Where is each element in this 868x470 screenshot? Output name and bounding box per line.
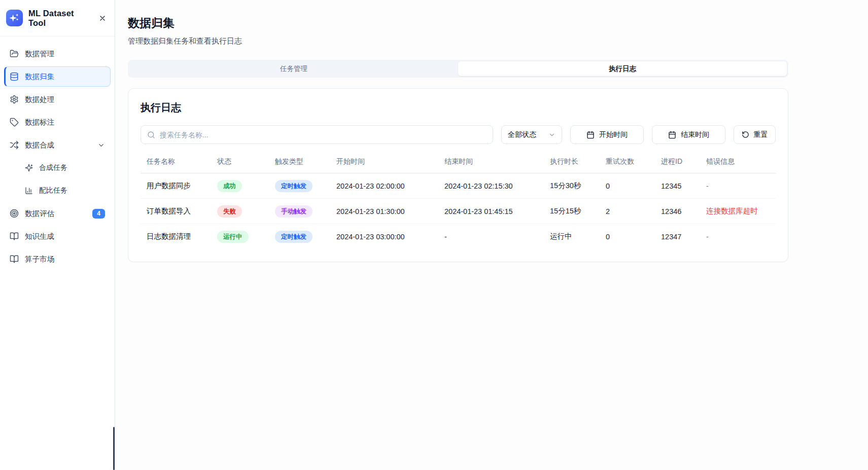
search-box [141, 125, 493, 144]
sidebar-item-ratio-tasks[interactable]: 配比任务 [4, 180, 111, 201]
tag-icon [10, 118, 19, 127]
gear-icon [10, 95, 19, 104]
end-time: - [438, 224, 544, 249]
task-name: 订单数据导入 [141, 199, 211, 224]
start-time-label: 开始时间 [599, 130, 628, 139]
col-duration: 执行时长 [544, 152, 600, 173]
error-info: - [700, 173, 776, 199]
status-badge: 运行中 [217, 231, 249, 243]
retries: 0 [600, 173, 655, 199]
trigger-badge: 手动触发 [275, 205, 313, 218]
page-title: 数据归集 [128, 15, 788, 31]
end-time: 2024-01-23 02:15:30 [438, 173, 544, 199]
calendar-icon [668, 131, 676, 139]
sidebar-item-data-synthesis[interactable]: 数据合成 [4, 135, 111, 155]
task-name: 用户数据同步 [141, 173, 211, 199]
page-subtitle: 管理数据归集任务和查看执行日志 [128, 37, 788, 46]
col-end-time: 结束时间 [438, 152, 544, 173]
sidebar-header: ML Dataset Tool [0, 0, 115, 37]
table-row: 用户数据同步 成功 定时触发 2024-01-23 02:00:00 2024-… [141, 173, 776, 199]
col-retries: 重试次数 [600, 152, 655, 173]
sidebar-item-label: 算子市场 [25, 255, 54, 264]
sidebar: ML Dataset Tool 数据管理 数据归集 数据处理 [0, 0, 115, 470]
search-input[interactable] [160, 131, 487, 139]
sidebar-item-data-processing[interactable]: 数据处理 [4, 89, 111, 110]
duration: 15分30秒 [544, 173, 600, 199]
reset-label: 重置 [754, 130, 768, 139]
trigger-badge: 定时触发 [275, 231, 313, 243]
app-logo-icon [6, 10, 23, 26]
close-icon [98, 14, 107, 22]
end-time: 2024-01-23 01:45:15 [438, 199, 544, 224]
sidebar-item-label: 数据标注 [25, 118, 54, 127]
status-badge: 成功 [217, 180, 242, 192]
end-time-label: 结束时间 [681, 130, 709, 139]
col-start-time: 开始时间 [330, 152, 438, 173]
sidebar-item-data-management[interactable]: 数据管理 [4, 44, 111, 64]
tab-bar: 任务管理 执行日志 [128, 60, 788, 78]
calendar-icon [586, 131, 595, 139]
book-icon [10, 232, 19, 241]
sidebar-item-knowledge-generation[interactable]: 知识生成 [4, 226, 111, 246]
process-id: 12346 [655, 199, 700, 224]
filter-bar: 全部状态 开始时间 结束时间 [141, 125, 776, 144]
sidebar-item-label: 数据评估 [25, 209, 54, 219]
col-status: 状态 [211, 152, 269, 173]
panel-title: 执行日志 [141, 101, 776, 115]
sidebar-item-synthesis-tasks[interactable]: 合成任务 [4, 158, 111, 178]
duration: 运行中 [544, 224, 600, 249]
process-id: 12345 [655, 173, 700, 199]
tab-execution-logs[interactable]: 执行日志 [458, 61, 787, 76]
retries: 2 [600, 199, 655, 224]
evaluation-count-badge: 4 [92, 209, 105, 219]
duration: 15分15秒 [544, 199, 600, 224]
sidebar-item-label: 数据合成 [25, 140, 54, 150]
tab-task-management[interactable]: 任务管理 [129, 61, 458, 76]
col-process-id: 进程ID [655, 152, 700, 173]
col-task-name: 任务名称 [141, 152, 211, 173]
database-icon [10, 72, 19, 81]
sidebar-item-label: 知识生成 [25, 232, 54, 241]
status-filter-select[interactable]: 全部状态 [501, 125, 562, 144]
table-row: 订单数据导入 失败 手动触发 2024-01-23 01:30:00 2024-… [141, 199, 776, 224]
start-time-button[interactable]: 开始时间 [570, 125, 644, 144]
retries: 0 [600, 224, 655, 249]
end-time-button[interactable]: 结束时间 [652, 125, 725, 144]
task-name: 日志数据清理 [141, 224, 211, 249]
sidebar-item-data-labeling[interactable]: 数据标注 [4, 112, 111, 132]
sidebar-item-label: 数据处理 [25, 95, 54, 104]
sidebar-item-label: 配比任务 [39, 186, 67, 195]
start-time: 2024-01-23 02:00:00 [330, 173, 438, 199]
error-info: 连接数据库超时 [700, 199, 776, 224]
reset-button[interactable]: 重置 [734, 125, 776, 144]
sidebar-close-button[interactable] [97, 13, 108, 23]
folder-icon [10, 49, 19, 58]
sidebar-item-operator-market[interactable]: 算子市场 [4, 249, 111, 269]
execution-logs-panel: 执行日志 全部状态 [128, 88, 788, 262]
target-icon [10, 209, 19, 218]
col-error-info: 错误信息 [700, 152, 776, 173]
status-filter-value: 全部状态 [508, 130, 536, 139]
trigger-badge: 定时触发 [275, 180, 313, 192]
table-header-row: 任务名称 状态 触发类型 开始时间 结束时间 执行时长 重试次数 进程ID 错误… [141, 152, 776, 173]
col-trigger-type: 触发类型 [269, 152, 330, 173]
chevron-down-icon [97, 141, 105, 149]
chevron-down-icon [548, 131, 555, 138]
table-row: 日志数据清理 运行中 定时触发 2024-01-23 03:00:00 - 运行… [141, 224, 776, 249]
bar-chart-icon [25, 187, 33, 195]
shuffle-icon [10, 140, 19, 150]
app-title: ML Dataset Tool [28, 9, 92, 28]
status-badge: 失败 [217, 205, 242, 218]
error-info: - [700, 224, 776, 249]
book-icon [10, 255, 19, 264]
sidebar-item-data-collection[interactable]: 数据归集 [4, 66, 111, 87]
sidebar-scrollbar-thumb[interactable] [113, 427, 115, 470]
search-icon [147, 131, 155, 139]
start-time: 2024-01-23 01:30:00 [330, 199, 438, 224]
sidebar-item-data-evaluation[interactable]: 数据评估 4 [4, 203, 111, 224]
main-area: 数据归集 管理数据归集任务和查看执行日志 任务管理 执行日志 执行日志 全部状态 [116, 0, 868, 470]
sidebar-item-label: 数据管理 [25, 49, 54, 59]
logs-table: 任务名称 状态 触发类型 开始时间 结束时间 执行时长 重试次数 进程ID 错误… [141, 152, 776, 249]
sidebar-nav: 数据管理 数据归集 数据处理 数据标注 数据合成 [0, 37, 115, 269]
sidebar-item-label: 合成任务 [39, 163, 67, 172]
